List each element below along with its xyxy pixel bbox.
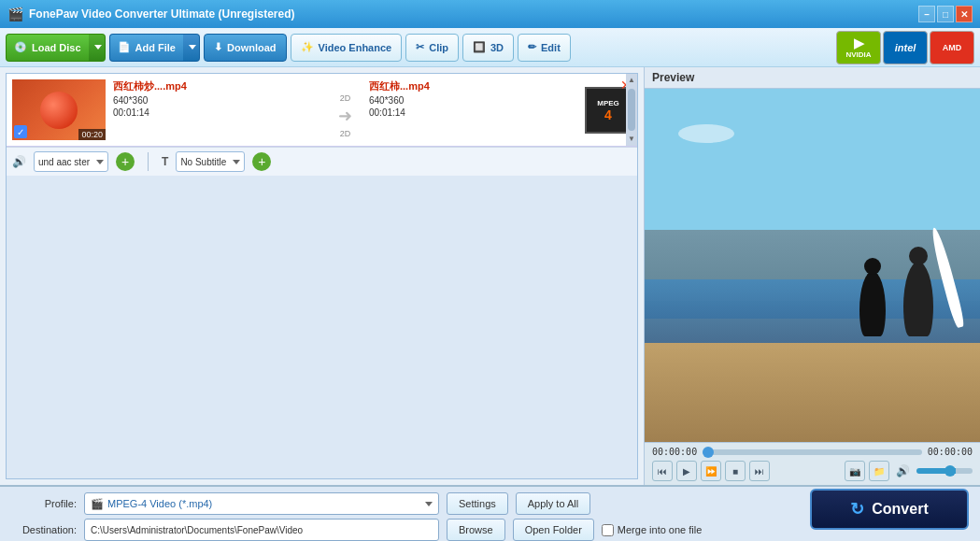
- stop-button[interactable]: ■: [725, 461, 746, 481]
- minimize-button[interactable]: –: [918, 6, 935, 22]
- file-item: ✓ 00:20 西红柿炒....mp4 640*360 00:01:14 2D …: [7, 74, 637, 147]
- load-disc-split: 💿 Load Disc: [6, 34, 106, 62]
- profile-label: Profile:: [11, 498, 77, 509]
- merge-checkbox[interactable]: [602, 524, 614, 536]
- preview-panel: Preview: [644, 67, 980, 485]
- time-end: 00:00:00: [928, 447, 973, 457]
- scroll-down-icon[interactable]: ▼: [628, 133, 635, 146]
- control-row: ⏮ ▶ ⏩ ■ ⏭ 📷 📁 🔊: [652, 461, 973, 481]
- profile-dropdown-icon: [425, 502, 433, 506]
- scroll-up-icon[interactable]: ▲: [628, 74, 635, 87]
- main-area: ✓ 00:20 西红柿炒....mp4 640*360 00:01:14 2D …: [0, 67, 980, 485]
- conversion-arrow: 2D ➜ 2D: [329, 79, 362, 138]
- bottom-bar: Profile: 🎬 MPEG-4 Video (*.mp4) Settings…: [0, 485, 980, 541]
- app-icon: 🎬: [7, 7, 23, 21]
- 3d-icon: 🔲: [473, 41, 486, 53]
- format-2d-left: 2D: [340, 93, 351, 103]
- browse-button[interactable]: Browse: [447, 519, 505, 541]
- cloud-graphic: [678, 124, 734, 143]
- format-badge: MPEG 4: [585, 87, 632, 134]
- edit-icon: ✏: [528, 41, 536, 53]
- preview-header: Preview: [645, 67, 980, 89]
- merge-label: Merge into one file: [618, 524, 703, 535]
- time-row: 00:00:00 00:00:00: [652, 447, 973, 457]
- add-file-icon: 📄: [118, 41, 131, 53]
- thumb-timecode: 00:20: [78, 129, 106, 140]
- video-enhance-button[interactable]: ✨ Video Enhance: [291, 34, 403, 62]
- profile-select[interactable]: 🎬 MPEG-4 Video (*.mp4): [84, 492, 439, 515]
- subtitle-dropdown-icon: [233, 160, 240, 164]
- volume-thumb[interactable]: [944, 465, 956, 477]
- skip-back-button[interactable]: ⏮: [652, 461, 673, 481]
- intel-icon: intel: [895, 42, 916, 53]
- gpu-buttons: ▶ NVIDIA intel AMD: [836, 31, 974, 64]
- amd-button[interactable]: AMD: [930, 31, 974, 64]
- destination-path: C:\Users\Administrator\Documents\FonePaw…: [84, 519, 439, 541]
- mpeg4-profile-icon: 🎬: [91, 498, 104, 510]
- skip-forward-button[interactable]: ⏭: [749, 461, 770, 481]
- preview-controls: 00:00:00 00:00:00 ⏮ ▶ ⏩ ■ ⏭ 📷 📁 🔊: [645, 442, 980, 485]
- audio-track-select[interactable]: und aac ster: [34, 151, 108, 172]
- nvidia-button[interactable]: ▶ NVIDIA: [836, 31, 881, 64]
- input-resolution: 640*360: [113, 95, 321, 106]
- file-output-info: 西红柿...mp4 640*360 00:01:14: [369, 79, 577, 118]
- scroll-thumb[interactable]: [628, 89, 635, 131]
- merge-checkbox-row: Merge into one file: [602, 524, 703, 536]
- destination-label: Destination:: [11, 524, 77, 535]
- input-duration: 00:01:14: [113, 107, 321, 118]
- 3d-button[interactable]: 🔲 3D: [462, 34, 514, 62]
- edit-button[interactable]: ✏ Edit: [518, 34, 571, 62]
- subtitle-select[interactable]: No Subtitle: [176, 151, 245, 172]
- play-button[interactable]: ▶: [676, 461, 697, 481]
- file-input-info: 西红柿炒....mp4 640*360 00:01:14: [113, 79, 321, 118]
- screenshot-button[interactable]: 📷: [845, 461, 865, 481]
- add-file-button[interactable]: 📄 Add File: [109, 34, 183, 62]
- file-list-area: ✓ 00:20 西红柿炒....mp4 640*360 00:01:14 2D …: [6, 73, 638, 479]
- toolbar: 💿 Load Disc 📄 Add File ⬇ Download ✨ Vide…: [0, 28, 980, 67]
- media-separator: [148, 152, 149, 171]
- output-filename: 西红柿...mp4: [369, 79, 577, 93]
- preview-scene: [645, 89, 980, 442]
- mpeg4-label: MPEG: [597, 99, 619, 107]
- file-checkbox[interactable]: ✓: [14, 125, 27, 138]
- audio-dropdown-icon: [96, 160, 104, 164]
- add-file-dropdown[interactable]: [183, 34, 200, 62]
- folder-button[interactable]: 📁: [869, 461, 889, 481]
- load-disc-dropdown[interactable]: [89, 34, 106, 62]
- maximize-button[interactable]: □: [937, 6, 954, 22]
- convert-button[interactable]: ↻ Convert: [810, 489, 969, 530]
- enhance-icon: ✨: [301, 41, 314, 53]
- download-button[interactable]: ⬇ Download: [204, 34, 287, 62]
- fast-forward-button[interactable]: ⏩: [701, 461, 721, 481]
- download-icon: ⬇: [214, 41, 222, 53]
- surfer1-head: [864, 258, 881, 275]
- title-bar: 🎬 FonePaw Video Converter Ultimate (Unre…: [0, 0, 980, 28]
- nvidia-icon: ▶: [854, 36, 864, 50]
- intel-button[interactable]: intel: [883, 31, 928, 64]
- media-row: 🔊 und aac ster + T No Subtitle +: [7, 147, 637, 176]
- app-title: FonePaw Video Converter Ultimate (Unregi…: [29, 7, 295, 21]
- add-audio-button[interactable]: +: [116, 152, 135, 171]
- chevron-down-icon: [94, 45, 102, 50]
- output-resolution: 640*360: [369, 95, 577, 106]
- load-disc-button[interactable]: 💿 Load Disc: [6, 34, 89, 62]
- add-file-split: 📄 Add File: [109, 34, 200, 62]
- close-button[interactable]: ✕: [956, 6, 973, 22]
- progress-thumb[interactable]: [703, 447, 714, 458]
- disc-icon: 💿: [14, 41, 27, 53]
- time-start: 00:00:00: [652, 447, 697, 457]
- clip-icon: ✂: [416, 41, 424, 53]
- input-filename: 西红柿炒....mp4: [113, 79, 321, 93]
- settings-button[interactable]: Settings: [447, 492, 508, 515]
- file-list-scrollbar[interactable]: ▲ ▼: [626, 74, 637, 146]
- arrow-icon: ➜: [338, 106, 352, 126]
- add-subtitle-button[interactable]: +: [252, 152, 271, 171]
- apply-to-all-button[interactable]: Apply to All: [516, 492, 590, 515]
- clip-button[interactable]: ✂ Clip: [405, 34, 459, 62]
- format-2d-right: 2D: [340, 129, 351, 138]
- volume-slider[interactable]: [916, 468, 973, 474]
- preview-video: [645, 89, 980, 442]
- progress-bar[interactable]: [703, 449, 922, 455]
- file-thumbnail: ✓ 00:20: [12, 79, 106, 140]
- open-folder-button[interactable]: Open Folder: [513, 519, 594, 541]
